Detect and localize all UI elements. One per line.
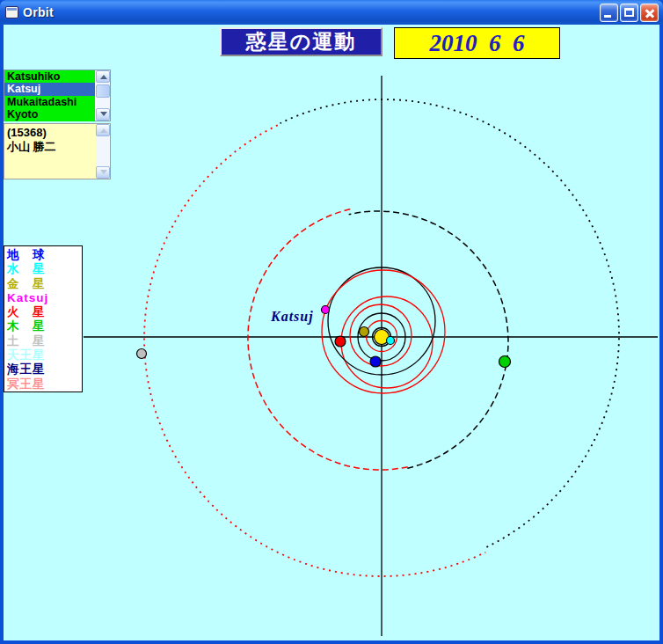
legend-row: Katsuj xyxy=(7,291,82,305)
planet-legend: 地 球水 星金 星Katsuj火 星木 星土 星天王星海王星冥王星 xyxy=(4,245,83,392)
legend-row: 水 星 xyxy=(7,262,82,276)
arrow-up-icon xyxy=(100,128,107,133)
list-item-katsuhiko[interactable]: Katsuhiko xyxy=(4,70,95,83)
legend-row: 土 星 xyxy=(7,334,82,348)
app-window: Orbit Katsuj 惑星の運動 2010 6 6 KatsuhikoKat… xyxy=(0,0,663,644)
saturn-orbit-red-segment xyxy=(144,125,485,576)
asteroid-info-text: (15368) 小山 勝二 xyxy=(7,126,94,154)
planet-venus xyxy=(360,327,369,337)
planet-katsuj xyxy=(322,306,330,314)
observer-list-rows: KatsuhikoKatsujMukaitadashiKyoto xyxy=(4,70,95,121)
legend-row: 金 星 xyxy=(7,277,82,291)
arrow-down-icon xyxy=(100,170,107,174)
legend-row: 地 球 xyxy=(7,248,82,262)
legend-row: 天王星 xyxy=(7,348,82,362)
scroll-up-button-disabled xyxy=(96,124,110,136)
asteroid-number: (15368) xyxy=(7,126,94,140)
katsuj-label: Katsuj xyxy=(270,309,314,325)
planet-saturn xyxy=(137,349,147,359)
asteroid-discoverer: 小山 勝二 xyxy=(7,140,94,154)
saturn-orbit-black-segment xyxy=(280,99,619,547)
planet-mercury xyxy=(387,337,395,345)
asteroid-info-box: (15368) 小山 勝二 xyxy=(4,123,111,179)
scroll-thumb[interactable] xyxy=(96,84,110,98)
date-display: 2010 6 6 xyxy=(394,27,560,59)
scroll-down-button-disabled xyxy=(96,166,110,179)
legend-row: 木 星 xyxy=(7,319,82,333)
page-title: 惑星の運動 xyxy=(220,27,382,56)
list-item-katsuj[interactable]: Katsuj xyxy=(4,83,95,95)
arrow-up-icon xyxy=(100,75,107,79)
legend-row: 火 星 xyxy=(7,305,82,319)
list-item-kyoto[interactable]: Kyoto xyxy=(4,108,95,121)
infobox-scrollbar[interactable] xyxy=(96,124,110,179)
scroll-up-button[interactable] xyxy=(96,70,110,83)
planet-earth xyxy=(370,356,381,367)
arrow-down-icon xyxy=(100,112,107,116)
planet-mars xyxy=(335,336,346,347)
observer-listbox[interactable]: KatsuhikoKatsujMukaitadashiKyoto xyxy=(4,70,111,121)
legend-row: 海王星 xyxy=(7,362,82,377)
list-item-mukaitadashi[interactable]: Mukaitadashi xyxy=(4,96,95,108)
scroll-down-button[interactable] xyxy=(96,108,110,121)
listbox-scrollbar[interactable] xyxy=(96,70,110,121)
planet-jupiter xyxy=(499,356,511,368)
legend-row: 冥王星 xyxy=(7,377,82,392)
